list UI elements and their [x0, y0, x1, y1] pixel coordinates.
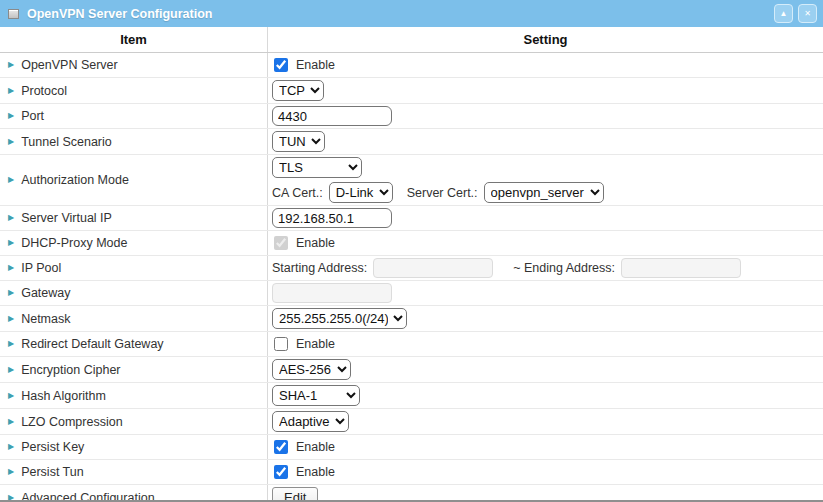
ending-address-input: [621, 258, 741, 278]
bullet-icon: ▶: [8, 214, 14, 222]
checkbox-label: Enable: [296, 465, 335, 479]
bullet-icon: ▶: [8, 392, 14, 400]
row-authorization-mode: ▶ Authorization Mode TLS CA Cert.: D-Lin…: [0, 155, 823, 206]
row-port: ▶ Port: [0, 104, 823, 129]
row-encryption-cipher: ▶ Encryption Cipher AES-256: [0, 357, 823, 383]
checkbox-label: Enable: [296, 58, 335, 72]
port-input[interactable]: [272, 106, 392, 126]
bullet-icon: ▶: [8, 315, 14, 323]
bullet-icon: ▶: [8, 443, 14, 451]
close-icon: ✕: [801, 7, 815, 21]
titlebar: OpenVPN Server Configuration ▲ ✕: [0, 0, 823, 27]
collapse-button[interactable]: ▲: [774, 4, 793, 23]
ca-cert-label: CA Cert.:: [272, 186, 323, 200]
bullet-icon: ▶: [8, 87, 14, 95]
row-label: Port: [21, 109, 44, 123]
row-label: OpenVPN Server: [21, 58, 118, 72]
row-label: Hash Algorithm: [21, 389, 106, 403]
row-label: Netmask: [21, 312, 70, 326]
row-label: IP Pool: [21, 261, 61, 275]
row-label: DHCP-Proxy Mode: [21, 236, 127, 250]
tunnel-scenario-select[interactable]: TUN: [272, 131, 325, 152]
bullet-icon: ▶: [8, 264, 14, 272]
server-virtual-ip-input[interactable]: [272, 208, 392, 228]
row-label: Gateway: [21, 286, 70, 300]
netmask-select[interactable]: 255.255.255.0(/24): [272, 308, 407, 329]
row-label: Persist Tun: [21, 465, 84, 479]
dhcp-proxy-enable-checkbox: [274, 236, 288, 250]
checkbox-label: Enable: [296, 236, 335, 250]
bullet-icon: ▶: [8, 494, 14, 502]
row-persist-tun: ▶ Persist Tun Enable: [0, 460, 823, 485]
bullet-icon: ▶: [8, 468, 14, 476]
row-persist-key: ▶ Persist Key Enable: [0, 435, 823, 460]
hash-algorithm-select[interactable]: SHA-1: [272, 385, 360, 406]
row-label: Tunnel Scenario: [21, 135, 112, 149]
collapse-icon: ▲: [777, 7, 791, 21]
bullet-icon: ▶: [8, 366, 14, 374]
row-ip-pool: ▶ IP Pool Starting Address: ~ Ending Add…: [0, 256, 823, 281]
row-label: Advanced Configuration: [21, 491, 154, 502]
row-label: Persist Key: [21, 440, 84, 454]
ca-cert-select[interactable]: D-Link: [329, 182, 393, 203]
row-label: Server Virtual IP: [21, 211, 112, 225]
starting-address-input: [373, 258, 493, 278]
bullet-icon: ▶: [8, 289, 14, 297]
checkbox-label: Enable: [296, 337, 335, 351]
row-advanced-configuration: ▶ Advanced Configuration Edit: [0, 485, 823, 502]
ending-address-label: ~ Ending Address:: [513, 261, 615, 275]
gateway-input: [272, 283, 392, 303]
row-openvpn-server: ▶ OpenVPN Server Enable: [0, 53, 823, 78]
lzo-compression-select[interactable]: Adaptive: [272, 411, 349, 432]
bullet-icon: ▶: [8, 239, 14, 247]
row-server-virtual-ip: ▶ Server Virtual IP: [0, 206, 823, 231]
row-netmask: ▶ Netmask 255.255.255.0(/24): [0, 306, 823, 332]
server-cert-label: Server Cert.:: [407, 186, 478, 200]
starting-address-label: Starting Address:: [272, 261, 367, 275]
redirect-default-gateway-checkbox[interactable]: [274, 337, 288, 351]
encryption-cipher-select[interactable]: AES-256: [272, 359, 351, 380]
bullet-icon: ▶: [8, 138, 14, 146]
row-label: Redirect Default Gateway: [21, 337, 163, 351]
persist-tun-checkbox[interactable]: [274, 465, 288, 479]
close-button[interactable]: ✕: [798, 4, 817, 23]
authorization-mode-select[interactable]: TLS: [272, 157, 362, 178]
row-lzo-compression: ▶ LZO Compression Adaptive: [0, 409, 823, 435]
header-item: Item: [0, 27, 268, 52]
row-label: Authorization Mode: [21, 173, 129, 187]
row-label: Protocol: [21, 84, 67, 98]
window-title: OpenVPN Server Configuration: [27, 7, 769, 21]
row-label: Encryption Cipher: [21, 363, 120, 377]
row-tunnel-scenario: ▶ Tunnel Scenario TUN: [0, 129, 823, 155]
row-gateway: ▶ Gateway: [0, 281, 823, 306]
openvpn-config-panel: OpenVPN Server Configuration ▲ ✕ Item Se…: [0, 0, 823, 502]
row-label: LZO Compression: [21, 415, 122, 429]
server-cert-select[interactable]: openvpn_server: [484, 182, 604, 203]
checkbox-label: Enable: [296, 440, 335, 454]
openvpn-server-enable-checkbox[interactable]: [274, 58, 288, 72]
table-header-row: Item Setting: [0, 27, 823, 53]
row-hash-algorithm: ▶ Hash Algorithm SHA-1: [0, 383, 823, 409]
bullet-icon: ▶: [8, 112, 14, 120]
row-redirect-default-gateway: ▶ Redirect Default Gateway Enable: [0, 332, 823, 357]
bullet-icon: ▶: [8, 61, 14, 69]
header-setting: Setting: [268, 27, 823, 52]
persist-key-checkbox[interactable]: [274, 440, 288, 454]
config-table: Item Setting ▶ OpenVPN Server Enable ▶ P…: [0, 27, 823, 502]
bullet-icon: ▶: [8, 340, 14, 348]
edit-button[interactable]: Edit: [272, 487, 318, 502]
window-icon: [8, 9, 19, 19]
protocol-select[interactable]: TCP: [272, 80, 324, 101]
bullet-icon: ▶: [8, 176, 14, 184]
row-dhcp-proxy-mode: ▶ DHCP-Proxy Mode Enable: [0, 231, 823, 256]
row-protocol: ▶ Protocol TCP: [0, 78, 823, 104]
bullet-icon: ▶: [8, 418, 14, 426]
